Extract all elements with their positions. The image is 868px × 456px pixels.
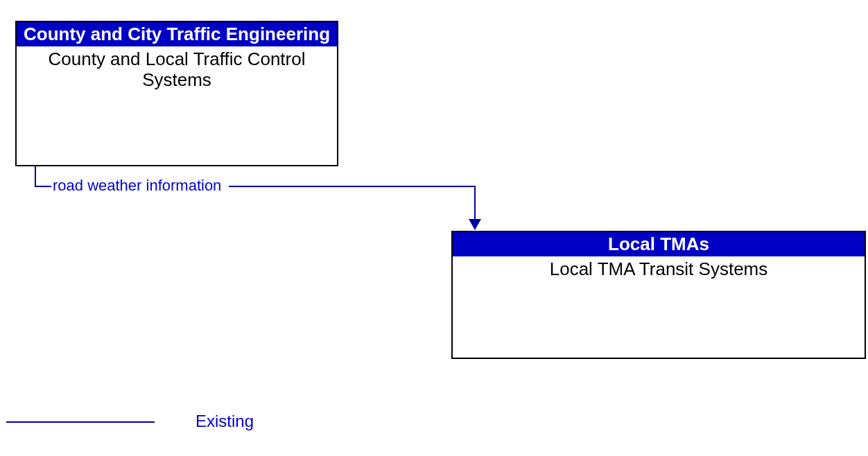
- connector-seg-2a: [35, 186, 51, 187]
- node-target-header: Local TMAs: [453, 232, 865, 256]
- node-target-body: Local TMA Transit Systems: [453, 256, 865, 280]
- flow-label: road weather information: [53, 177, 221, 195]
- node-source-header: County and City Traffic Engineering: [17, 22, 337, 46]
- connector-seg-2b: [229, 186, 476, 187]
- legend-existing-label: Existing: [196, 412, 254, 431]
- connector-arrowhead: [469, 219, 481, 230]
- legend-existing-line: [6, 421, 155, 423]
- node-source[interactable]: County and City Traffic Engineering Coun…: [15, 21, 338, 166]
- node-source-body: County and Local Traffic Control Systems: [17, 46, 337, 91]
- connector-seg-1: [35, 166, 36, 187]
- connector-seg-3: [474, 186, 476, 220]
- node-target[interactable]: Local TMAs Local TMA Transit Systems: [451, 231, 866, 359]
